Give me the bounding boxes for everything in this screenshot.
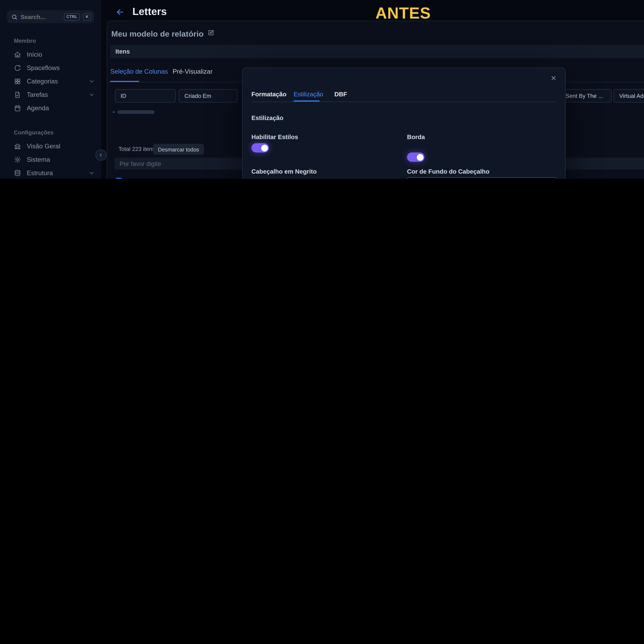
- sidebar-group-configuracoes: Configurações: [0, 129, 101, 135]
- tab-formatacao[interactable]: Formatação: [251, 91, 286, 98]
- database-icon: [14, 170, 21, 177]
- tab-selecao-colunas[interactable]: Seleção de Colunas: [110, 68, 168, 75]
- total-items-label: Total 223 itens: [118, 146, 155, 152]
- edit-icon[interactable]: [208, 29, 214, 36]
- chevron-down-icon: [89, 78, 95, 84]
- sidebar-item-agenda[interactable]: Agenda: [0, 101, 101, 115]
- checkbox-checked[interactable]: [115, 178, 122, 179]
- itens-accordion[interactable]: Itens: [110, 45, 644, 58]
- antes-stamp: ANTES: [0, 4, 644, 23]
- sidebar-group-membro: Membro: [0, 38, 101, 44]
- chips-scrollbar[interactable]: [117, 110, 155, 114]
- tab-pre-visualizar[interactable]: Pré-Visualizar: [173, 68, 213, 75]
- section-antes: CTRL K Membro Início Spaceflows Categori…: [0, 0, 644, 179]
- calendar-icon: [14, 105, 21, 112]
- sidebar-item-sistema[interactable]: Sistema: [0, 153, 101, 166]
- gear-icon: [14, 156, 21, 163]
- sidebar-item-spaceflows[interactable]: Spaceflows: [0, 61, 101, 75]
- tab-estilizacao[interactable]: Estilização: [294, 91, 323, 98]
- field-label: Cabeçalho em Negrito: [251, 168, 317, 175]
- close-icon[interactable]: [550, 75, 557, 81]
- app-root: CTRL K Membro Início Spaceflows Categori…: [0, 0, 644, 179]
- chevron-left-icon: [98, 152, 104, 158]
- chevron-down-icon: [89, 170, 95, 176]
- field-label: Cor de Fundo do Cabeçalho: [407, 168, 489, 175]
- section-title: Estilização: [251, 114, 283, 122]
- cor-fundo-input[interactable]: #000000FF: [407, 177, 556, 179]
- sidebar-item-categorias[interactable]: Categorias: [0, 75, 101, 88]
- desmarcar-todos-button[interactable]: Desmarcar todos: [153, 144, 204, 155]
- field-label: Borda: [407, 133, 425, 141]
- sidebar-item-visao-geral[interactable]: Visão Geral: [0, 140, 101, 153]
- template-name: Meu modelo de relatório: [111, 29, 204, 39]
- sidebar-item-inicio[interactable]: Início: [0, 48, 101, 61]
- column-chip[interactable]: Virtual Address?: [614, 89, 644, 103]
- tab-dbf[interactable]: DBF: [334, 91, 347, 98]
- home-icon: [14, 51, 21, 58]
- tabs-divider: [251, 101, 556, 102]
- grid-icon: [14, 78, 21, 85]
- bank-icon: [14, 143, 21, 150]
- spaceflows-icon: [14, 64, 21, 72]
- task-file-icon: [14, 91, 21, 98]
- sidebar-collapse-button[interactable]: [95, 149, 107, 161]
- column-chip[interactable]: Criado Em: [179, 89, 238, 103]
- sidebar-item-tarefas[interactable]: Tarefas: [0, 88, 101, 101]
- formatting-modal: Formatação Estilização DBF Estilização H…: [242, 67, 566, 179]
- habilitar-estilos-toggle[interactable]: [251, 143, 269, 152]
- chips-scroll-left-icon[interactable]: [111, 110, 116, 114]
- sidebar-antes: CTRL K Membro Início Spaceflows Categori…: [0, 0, 101, 179]
- borda-toggle[interactable]: [407, 152, 425, 162]
- chevron-down-icon: [89, 92, 95, 98]
- column-chip[interactable]: ID: [115, 89, 176, 103]
- sidebar-item-estrutura[interactable]: Estrutura: [0, 166, 101, 179]
- field-label: Habilitar Estilos: [251, 133, 298, 141]
